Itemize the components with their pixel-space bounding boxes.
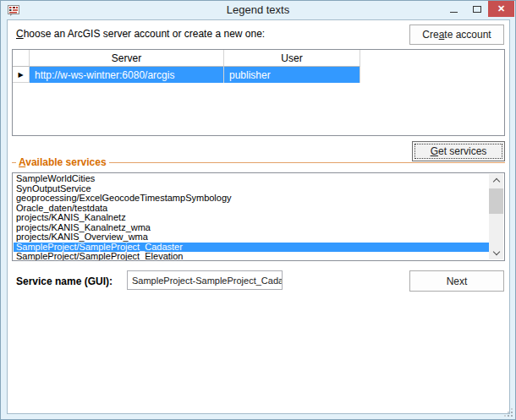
- grid-corner-cell[interactable]: [13, 50, 30, 67]
- minimize-icon: [450, 12, 458, 13]
- list-item[interactable]: SampleProject/SampleProject_Elevation: [14, 252, 489, 261]
- scroll-down-button[interactable]: [489, 247, 503, 259]
- scroll-up-button[interactable]: [489, 174, 503, 187]
- server-accounts-grid[interactable]: Server User ▶ http://w-ws-wintner:6080/a…: [12, 49, 505, 136]
- maximize-icon: [473, 6, 481, 13]
- chevron-down-icon: [492, 248, 499, 255]
- chevron-up-icon: [492, 178, 499, 185]
- grid-cell-server[interactable]: http://w-ws-wintner:6080/arcgis: [30, 67, 224, 83]
- grid-header-user[interactable]: User: [224, 50, 360, 67]
- row-selector-arrow-icon: ▶: [18, 71, 23, 79]
- services-list: SampleWorldCities SynOutputService geopr…: [14, 174, 489, 261]
- close-icon: ✕: [497, 3, 505, 14]
- grid-header-row: Server User: [13, 50, 504, 67]
- list-item[interactable]: SynOutputService: [14, 184, 489, 194]
- grid-cell-user[interactable]: publisher: [224, 67, 360, 83]
- dialog-window: Legend texts ✕ Choose an ArcGIS server a…: [0, 0, 516, 420]
- resize-grip-dots: [511, 415, 513, 417]
- list-item[interactable]: geoprocessing/ExcelGeocodeTimestampSymbo…: [14, 194, 489, 204]
- service-name-label: Service name (GUI):: [16, 275, 113, 287]
- close-button[interactable]: ✕: [488, 1, 514, 17]
- grid-header-server[interactable]: Server: [30, 50, 224, 67]
- list-item[interactable]: projects/KANIS_Kanalnetz_wma: [14, 223, 489, 233]
- list-item[interactable]: projects/KANIS_Overview_wma: [14, 232, 489, 243]
- list-item[interactable]: projects/KANIS_Kanalnetz: [14, 213, 489, 223]
- maximize-button[interactable]: [465, 1, 488, 18]
- choose-account-label: Choose an ArcGIS server account or creat…: [16, 28, 265, 40]
- list-item[interactable]: Oracle_daten/testdata: [14, 204, 489, 214]
- next-button[interactable]: Next: [409, 270, 504, 292]
- list-item[interactable]: SampleWorldCities: [14, 174, 489, 184]
- title-bar: Legend texts ✕: [1, 1, 515, 19]
- create-account-button[interactable]: Create account: [409, 25, 504, 45]
- available-services-group-label: Available services: [16, 156, 109, 168]
- minimize-button[interactable]: [442, 1, 465, 18]
- services-listbox[interactable]: SampleWorldCities SynOutputService geopr…: [12, 172, 505, 261]
- list-item-selected[interactable]: SampleProject/SampleProject_Cadaster: [14, 243, 489, 253]
- window-title: Legend texts: [1, 3, 515, 16]
- content-panel: Choose an ArcGIS server account or creat…: [7, 19, 510, 414]
- service-name-input[interactable]: [127, 270, 283, 290]
- row-selector-cell[interactable]: ▶: [13, 67, 30, 83]
- resize-grip[interactable]: [504, 408, 513, 417]
- vertical-scrollbar[interactable]: [489, 174, 503, 259]
- window-controls: ✕: [442, 1, 514, 18]
- get-services-button[interactable]: Get services: [412, 141, 505, 161]
- grid-row-selected[interactable]: ▶ http://w-ws-wintner:6080/arcgis publis…: [13, 67, 504, 83]
- scrollbar-thumb[interactable]: [489, 188, 503, 214]
